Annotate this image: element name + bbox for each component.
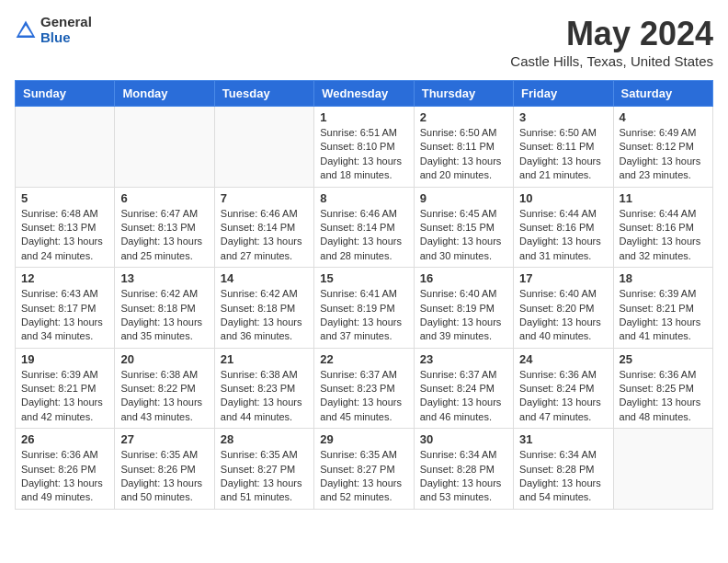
logo-blue: Blue — [40, 30, 92, 46]
subtitle: Castle Hills, Texas, United States — [510, 53, 713, 69]
day-info: Sunrise: 6:38 AMSunset: 8:22 PMDaylight:… — [120, 368, 208, 425]
day-number: 9 — [420, 191, 507, 205]
calendar-cell: 29Sunrise: 6:35 AMSunset: 8:27 PMDayligh… — [314, 429, 414, 510]
day-info: Sunrise: 6:50 AMSunset: 8:11 PMDaylight:… — [420, 126, 507, 183]
day-info: Sunrise: 6:35 AMSunset: 8:27 PMDaylight:… — [320, 448, 407, 505]
day-info: Sunrise: 6:50 AMSunset: 8:11 PMDaylight:… — [519, 126, 607, 183]
day-number: 20 — [120, 352, 208, 366]
calendar-cell: 20Sunrise: 6:38 AMSunset: 8:22 PMDayligh… — [115, 348, 214, 429]
calendar-week-row: 26Sunrise: 6:36 AMSunset: 8:26 PMDayligh… — [16, 429, 713, 510]
calendar-cell: 1Sunrise: 6:51 AMSunset: 8:10 PMDaylight… — [314, 107, 414, 188]
day-info: Sunrise: 6:40 AMSunset: 8:20 PMDaylight:… — [519, 287, 607, 344]
calendar-cell: 17Sunrise: 6:40 AMSunset: 8:20 PMDayligh… — [514, 268, 613, 349]
calendar-week-row: 1Sunrise: 6:51 AMSunset: 8:10 PMDaylight… — [16, 107, 713, 188]
day-info: Sunrise: 6:34 AMSunset: 8:28 PMDaylight:… — [519, 448, 607, 505]
day-number: 7 — [221, 191, 308, 205]
title-area: May 2024 Castle Hills, Texas, United Sta… — [510, 15, 713, 69]
calendar-cell: 7Sunrise: 6:46 AMSunset: 8:14 PMDaylight… — [214, 187, 313, 268]
day-info: Sunrise: 6:34 AMSunset: 8:28 PMDaylight:… — [420, 448, 507, 505]
calendar-cell: 31Sunrise: 6:34 AMSunset: 8:28 PMDayligh… — [514, 429, 613, 510]
day-info: Sunrise: 6:38 AMSunset: 8:23 PMDaylight:… — [221, 368, 308, 425]
day-number: 11 — [620, 191, 707, 205]
calendar-cell: 6Sunrise: 6:47 AMSunset: 8:13 PMDaylight… — [115, 187, 214, 268]
calendar-cell: 2Sunrise: 6:50 AMSunset: 8:11 PMDaylight… — [414, 107, 513, 188]
calendar-header-row: SundayMondayTuesdayWednesdayThursdayFrid… — [16, 81, 713, 107]
day-number: 15 — [320, 271, 407, 285]
day-number: 18 — [620, 271, 707, 285]
logo-icon — [15, 19, 37, 41]
calendar-cell: 14Sunrise: 6:42 AMSunset: 8:18 PMDayligh… — [214, 268, 313, 349]
day-number: 31 — [519, 432, 607, 446]
day-number: 1 — [320, 110, 407, 124]
day-number: 26 — [21, 432, 108, 446]
calendar-cell — [613, 429, 712, 510]
calendar-cell: 12Sunrise: 6:43 AMSunset: 8:17 PMDayligh… — [16, 268, 115, 349]
calendar-cell: 9Sunrise: 6:45 AMSunset: 8:15 PMDaylight… — [414, 187, 513, 268]
calendar-cell: 8Sunrise: 6:46 AMSunset: 8:14 PMDaylight… — [314, 187, 414, 268]
day-number: 28 — [221, 432, 308, 446]
calendar-cell: 5Sunrise: 6:48 AMSunset: 8:13 PMDaylight… — [16, 187, 115, 268]
day-number: 10 — [519, 191, 607, 205]
day-number: 16 — [420, 271, 507, 285]
calendar-table: SundayMondayTuesdayWednesdayThursdayFrid… — [15, 80, 713, 510]
day-number: 4 — [620, 110, 707, 124]
day-number: 24 — [519, 352, 607, 366]
day-number: 23 — [420, 352, 507, 366]
day-info: Sunrise: 6:44 AMSunset: 8:16 PMDaylight:… — [519, 207, 607, 264]
day-number: 19 — [21, 352, 108, 366]
calendar-day-header: Wednesday — [314, 81, 414, 107]
day-info: Sunrise: 6:42 AMSunset: 8:18 PMDaylight:… — [120, 287, 208, 344]
calendar-day-header: Sunday — [16, 81, 115, 107]
calendar-day-header: Friday — [514, 81, 613, 107]
calendar-cell: 18Sunrise: 6:39 AMSunset: 8:21 PMDayligh… — [613, 268, 712, 349]
calendar-cell: 27Sunrise: 6:35 AMSunset: 8:26 PMDayligh… — [115, 429, 214, 510]
day-number: 13 — [120, 271, 208, 285]
calendar-cell: 28Sunrise: 6:35 AMSunset: 8:27 PMDayligh… — [214, 429, 313, 510]
day-info: Sunrise: 6:35 AMSunset: 8:26 PMDaylight:… — [120, 448, 208, 505]
calendar-cell — [16, 107, 115, 188]
calendar-body: 1Sunrise: 6:51 AMSunset: 8:10 PMDaylight… — [16, 107, 713, 510]
day-number: 6 — [120, 191, 208, 205]
day-info: Sunrise: 6:45 AMSunset: 8:15 PMDaylight:… — [420, 207, 507, 264]
calendar-cell: 11Sunrise: 6:44 AMSunset: 8:16 PMDayligh… — [613, 187, 712, 268]
calendar-week-row: 19Sunrise: 6:39 AMSunset: 8:21 PMDayligh… — [16, 348, 713, 429]
day-number: 21 — [221, 352, 308, 366]
calendar-week-row: 12Sunrise: 6:43 AMSunset: 8:17 PMDayligh… — [16, 268, 713, 349]
calendar-cell: 25Sunrise: 6:36 AMSunset: 8:25 PMDayligh… — [613, 348, 712, 429]
day-number: 25 — [620, 352, 707, 366]
calendar-cell: 10Sunrise: 6:44 AMSunset: 8:16 PMDayligh… — [514, 187, 613, 268]
day-info: Sunrise: 6:36 AMSunset: 8:26 PMDaylight:… — [21, 448, 108, 505]
day-info: Sunrise: 6:47 AMSunset: 8:13 PMDaylight:… — [120, 207, 208, 264]
day-number: 2 — [420, 110, 507, 124]
day-info: Sunrise: 6:43 AMSunset: 8:17 PMDaylight:… — [21, 287, 108, 344]
day-info: Sunrise: 6:51 AMSunset: 8:10 PMDaylight:… — [320, 126, 407, 183]
calendar-week-row: 5Sunrise: 6:48 AMSunset: 8:13 PMDaylight… — [16, 187, 713, 268]
logo: General Blue — [15, 15, 92, 45]
calendar-cell: 22Sunrise: 6:37 AMSunset: 8:23 PMDayligh… — [314, 348, 414, 429]
calendar-cell: 26Sunrise: 6:36 AMSunset: 8:26 PMDayligh… — [16, 429, 115, 510]
calendar-day-header: Thursday — [414, 81, 513, 107]
day-number: 17 — [519, 271, 607, 285]
calendar-header: SundayMondayTuesdayWednesdayThursdayFrid… — [16, 81, 713, 107]
day-info: Sunrise: 6:36 AMSunset: 8:24 PMDaylight:… — [519, 368, 607, 425]
calendar-cell: 4Sunrise: 6:49 AMSunset: 8:12 PMDaylight… — [613, 107, 712, 188]
day-number: 30 — [420, 432, 507, 446]
day-info: Sunrise: 6:35 AMSunset: 8:27 PMDaylight:… — [221, 448, 308, 505]
calendar-day-header: Monday — [115, 81, 214, 107]
calendar-cell: 19Sunrise: 6:39 AMSunset: 8:21 PMDayligh… — [16, 348, 115, 429]
day-info: Sunrise: 6:39 AMSunset: 8:21 PMDaylight:… — [620, 287, 707, 344]
calendar-cell — [214, 107, 313, 188]
day-info: Sunrise: 6:48 AMSunset: 8:13 PMDaylight:… — [21, 207, 108, 264]
day-number: 29 — [320, 432, 407, 446]
logo-text: General Blue — [40, 15, 92, 45]
day-number: 22 — [320, 352, 407, 366]
logo-general: General — [40, 15, 92, 30]
day-info: Sunrise: 6:42 AMSunset: 8:18 PMDaylight:… — [221, 287, 308, 344]
calendar-day-header: Tuesday — [214, 81, 313, 107]
calendar-cell: 13Sunrise: 6:42 AMSunset: 8:18 PMDayligh… — [115, 268, 214, 349]
calendar-cell: 3Sunrise: 6:50 AMSunset: 8:11 PMDaylight… — [514, 107, 613, 188]
calendar-cell: 23Sunrise: 6:37 AMSunset: 8:24 PMDayligh… — [414, 348, 513, 429]
day-info: Sunrise: 6:37 AMSunset: 8:23 PMDaylight:… — [320, 368, 407, 425]
calendar-cell: 15Sunrise: 6:41 AMSunset: 8:19 PMDayligh… — [314, 268, 414, 349]
day-number: 27 — [120, 432, 208, 446]
